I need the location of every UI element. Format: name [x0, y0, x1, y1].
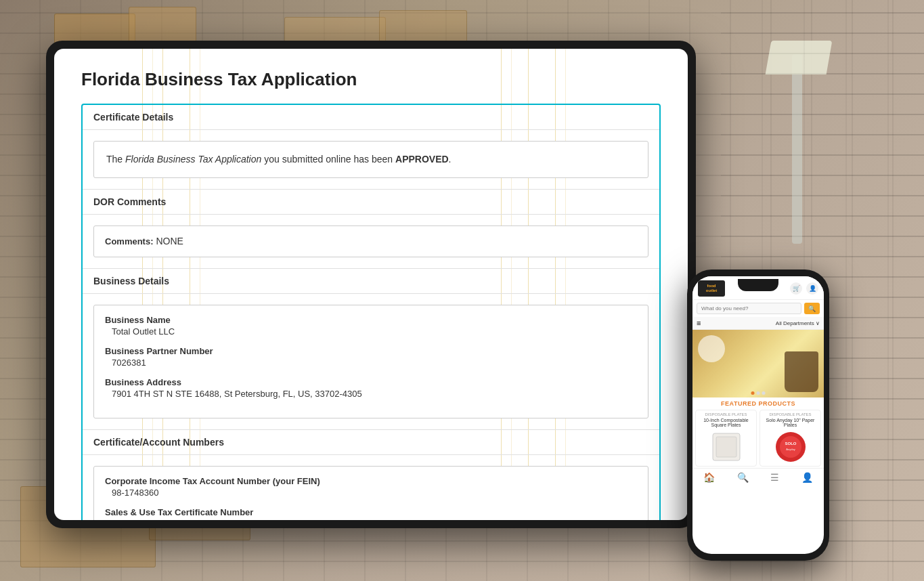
comments-value: NONE — [156, 236, 183, 246]
approval-italic: Florida Business Tax Application — [125, 154, 261, 165]
approval-suffix: you submitted online has been — [261, 154, 393, 165]
business-address-value: 7901 4TH ST N STE 16488, St Petersburg, … — [105, 389, 637, 399]
dot-1 — [751, 391, 755, 395]
logo-subtext: outlet — [706, 288, 717, 293]
approval-text: The Florida Business Tax Application you… — [106, 152, 636, 167]
phone-nav-bar: ≡ All Departments ∨ — [692, 317, 824, 330]
phone-banner — [692, 330, 824, 397]
sales-tax-label: Sales & Use Tax Certificate Number — [105, 507, 637, 517]
dor-comments-body: Comments: NONE — [83, 215, 659, 268]
business-details-section: Business Details Business Name Total Out… — [83, 268, 659, 429]
svg-rect-1 — [716, 437, 736, 457]
business-name-field: Business Name Total Outlet LLC — [105, 315, 637, 337]
department-selector[interactable]: All Departments ∨ — [776, 320, 820, 326]
sales-tax-field: Sales & Use Tax Certificate Number 62-80… — [105, 507, 637, 520]
monitor-screen: Florida Business Tax Application Certifi… — [54, 49, 688, 520]
corporate-tax-label: Corporate Income Tax Account Number (you… — [105, 476, 637, 486]
logo-text: food — [707, 284, 716, 288]
product-2-name: Solo Anyday 10" Paper Plates — [762, 418, 818, 427]
business-details-body: Business Name Total Outlet LLC Business … — [83, 294, 659, 429]
product-2-image: SOLO Anyday — [774, 430, 808, 464]
hamburger-icon[interactable]: ≡ — [697, 319, 701, 327]
phone-banner-image — [692, 330, 824, 397]
certificate-details-header: Certificate Details — [83, 105, 659, 130]
approval-prefix: The — [106, 154, 125, 165]
sales-tax-value: 62-8019224226-2 — [105, 519, 637, 520]
phone-profile-icon[interactable]: 👤 — [801, 472, 813, 483]
approval-period: . — [449, 154, 452, 165]
partner-number-field: Business Partner Number 7026381 — [105, 346, 637, 368]
business-name-label: Business Name — [105, 315, 637, 325]
phone-products-grid: DISPOSABLE PLATES 10-Inch Compostable Sq… — [692, 408, 824, 468]
phone-search-button[interactable]: 🔍 — [804, 303, 820, 314]
phone-notch — [738, 279, 778, 291]
document-content: Florida Business Tax Application Certifi… — [54, 49, 688, 520]
business-details-box: Business Name Total Outlet LLC Business … — [93, 305, 648, 418]
certificate-details-body: The Florida Business Tax Application you… — [83, 130, 659, 189]
svg-text:SOLO: SOLO — [785, 442, 796, 446]
product-can — [785, 351, 818, 392]
corporate-tax-field: Corporate Income Tax Account Number (you… — [105, 476, 637, 498]
dot-2 — [757, 391, 760, 395]
product-card-1[interactable]: DISPOSABLE PLATES 10-Inch Compostable Sq… — [695, 410, 757, 467]
phone-header-icons: 🛒 👤 — [790, 282, 818, 295]
svg-point-3 — [780, 436, 801, 458]
product-1-category: DISPOSABLE PLATES — [705, 412, 747, 416]
approval-message-box: The Florida Business Tax Application you… — [93, 141, 648, 178]
featured-products-label: FEATURED PRODUCTS — [692, 397, 824, 408]
product-1-name: 10-Inch Compostable Square Plates — [698, 418, 754, 427]
partner-number-label: Business Partner Number — [105, 346, 637, 356]
phone-logo: food outlet — [698, 280, 725, 297]
certificate-outer-box: Certificate Details The Florida Business… — [81, 104, 661, 520]
phone-home-icon[interactable]: 🏠 — [703, 472, 715, 483]
dor-comments-text: Comments: NONE — [105, 234, 637, 249]
phone-screen: food outlet 🛒 👤 🔍 ≡ All Departments ∨ — [692, 276, 824, 554]
product-2-category: DISPOSABLE PLATES — [769, 412, 811, 416]
business-address-field: Business Address 7901 4TH ST N STE 16488… — [105, 377, 637, 399]
corporate-tax-value: 98-1748360 — [105, 488, 637, 498]
phone-menu-icon[interactable]: ☰ — [770, 472, 779, 483]
approval-status: APPROVED — [395, 154, 449, 165]
certificate-account-section: Certificate/Account Numbers Corporate In… — [83, 429, 659, 520]
phone-search-input[interactable] — [697, 303, 801, 314]
dor-comments-header: DOR Comments — [83, 190, 659, 215]
phone-bottom-nav: 🏠 🔍 ☰ 👤 — [692, 468, 824, 486]
phone-device: food outlet 🛒 👤 🔍 ≡ All Departments ∨ — [687, 270, 829, 561]
dot-3 — [762, 391, 766, 395]
certificate-account-box: Corporate Income Tax Account Number (you… — [93, 466, 648, 520]
business-address-label: Business Address — [105, 377, 637, 387]
phone-search-icon[interactable]: 🔍 — [737, 472, 749, 483]
business-name-value: Total Outlet LLC — [105, 326, 637, 337]
partner-number-value: 7026381 — [105, 358, 637, 368]
business-details-header: Business Details — [83, 269, 659, 294]
page-title: Florida Business Tax Application — [81, 69, 661, 90]
monitor: Florida Business Tax Application Certifi… — [46, 41, 696, 528]
svg-text:Anyday: Anyday — [786, 448, 795, 451]
product-cup — [698, 335, 725, 362]
certificate-account-body: Corporate Income Tax Account Number (you… — [83, 455, 659, 520]
phone-cart-icon[interactable]: 🛒 — [790, 282, 802, 295]
comments-label: Comments: — [105, 236, 154, 246]
certificate-account-header: Certificate/Account Numbers — [83, 430, 659, 455]
product-card-2[interactable]: DISPOSABLE PLATES Solo Anyday 10" Paper … — [760, 410, 821, 467]
banner-dots — [751, 391, 766, 395]
dor-comments-box: Comments: NONE — [93, 225, 648, 257]
phone-search-bar: 🔍 — [697, 303, 820, 314]
dor-comments-section: DOR Comments Comments: NONE — [83, 189, 659, 268]
phone-user-icon[interactable]: 👤 — [806, 282, 818, 295]
product-1-image — [709, 430, 743, 464]
